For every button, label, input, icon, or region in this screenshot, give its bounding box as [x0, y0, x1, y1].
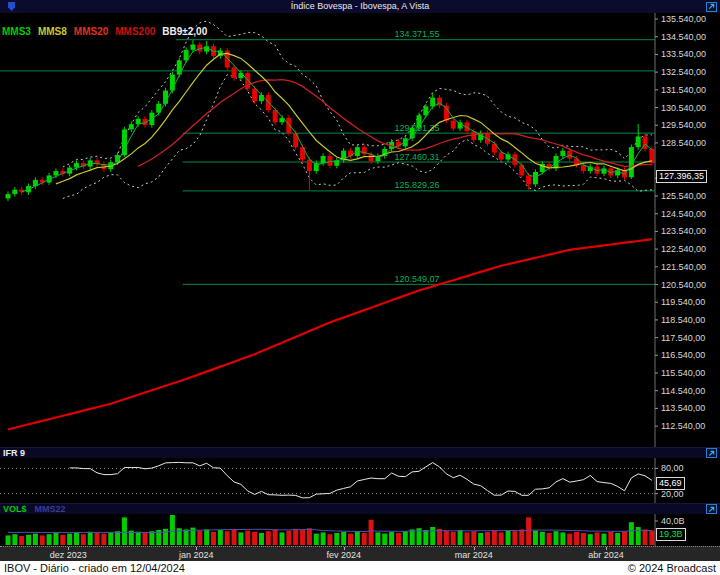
price-level-label: 120.549,07 — [394, 274, 439, 284]
ifr-panel-title: IFR 9 — [3, 448, 25, 459]
x-axis-label: abr 2024 — [576, 550, 636, 560]
price-axis-tick: 113.540,00 — [661, 403, 705, 413]
ifr-value-badge: 45,69 — [656, 477, 685, 490]
main-price-chart[interactable]: 134.371,55129.091,35127.460,31125.829,26… — [0, 13, 720, 447]
ifr-panel-header: IFR 9 — [0, 447, 720, 458]
price-axis-tick: 123.540,00 — [661, 226, 706, 236]
price-axis-tick: 131.540,00 — [661, 85, 706, 95]
arrow-up-right-icon — [708, 450, 715, 457]
last-price-badge: 127.396,35 — [656, 170, 707, 183]
vol-popout-icon[interactable] — [706, 504, 717, 514]
x-axis-label: dez 2023 — [38, 550, 98, 560]
x-axis-label: jan 2024 — [166, 550, 226, 560]
price-axis-tick: 116.540,00 — [661, 350, 705, 360]
price-level-label: 134.371,55 — [394, 29, 439, 39]
title-bar: Índice Bovespa - Ibovespa, A Vista — [0, 0, 720, 13]
price-axis-tick: 117.540,00 — [661, 333, 705, 343]
volume-chart-canvas[interactable]: 40,0B — [0, 514, 720, 546]
price-axis-tick: 118.540,00 — [661, 315, 705, 325]
ifr-axis-tick: 20,00 — [661, 489, 684, 499]
vol-mms-label: MMS22 — [35, 504, 66, 515]
legend-item: MMS3 — [2, 26, 31, 37]
price-axis-tick: 119.540,00 — [661, 297, 705, 307]
copyright-label: © 2024 Broadcast — [628, 561, 716, 575]
volume-value-badge: 19,3B — [656, 528, 686, 541]
price-axis-tick: 135.540,00 — [661, 14, 706, 24]
x-axis-label: fev 2024 — [314, 550, 374, 560]
price-level-label: 127.460,31 — [394, 152, 439, 162]
indicator-legend: MMS3MMS8MMS20MMS200BB9±2,00 — [2, 26, 207, 37]
price-axis-tick: 130.540,00 — [661, 103, 706, 113]
price-axis-tick: 112.540,00 — [661, 421, 705, 431]
legend-item: MMS8 — [38, 26, 67, 37]
x-axis-label: mar 2024 — [444, 550, 504, 560]
vol-axis-tick: 40,0B — [661, 516, 685, 526]
price-axis-tick: 128.540,00 — [661, 138, 706, 148]
ifr-chart-canvas[interactable]: 80,0020,00 — [0, 458, 720, 503]
window-title: Índice Bovespa - Ibovespa, A Vista — [0, 0, 720, 13]
ifr-indicator-pane[interactable]: 80,0020,00 45,69 — [0, 458, 720, 503]
price-axis-tick: 133.540,00 — [661, 49, 706, 59]
price-axis-tick: 125.540,00 — [661, 191, 706, 201]
price-axis-tick: 129.540,00 — [661, 120, 706, 130]
price-axis-tick: 122.540,00 — [661, 244, 706, 254]
arrow-up-right-icon — [708, 506, 715, 513]
legend-item: MMS200 — [115, 26, 155, 37]
legend-item: MMS20 — [74, 26, 108, 37]
volume-pane[interactable]: 40,0B 19,3B — [0, 514, 720, 546]
price-axis-tick: 134.540,00 — [661, 32, 706, 42]
candlestick-chart-canvas[interactable]: 134.371,55129.091,35127.460,31125.829,26… — [0, 13, 720, 447]
price-axis-tick: 120.540,00 — [661, 280, 706, 290]
chart-description: IBOV - Diário - criado em 12/04/2024 — [4, 561, 185, 575]
ifr-axis-tick: 80,00 — [661, 463, 684, 473]
vol-panel-title: VOL$ — [3, 504, 27, 515]
vol-panel-header: VOL$ MMS22 — [0, 503, 720, 514]
price-axis-tick: 124.540,00 — [661, 209, 706, 219]
trading-app-window: Índice Bovespa - Ibovespa, A Vista 134.3… — [0, 0, 720, 575]
ifr-popout-icon[interactable] — [706, 448, 717, 458]
time-axis: dez 2023jan 2024fev 2024mar 2024abr 2024 — [0, 546, 720, 561]
price-level-label: 125.829,26 — [394, 180, 439, 190]
price-axis-tick: 121.540,00 — [661, 262, 706, 272]
price-axis-tick: 114.540,00 — [661, 386, 705, 396]
legend-item: BB9±2,00 — [162, 26, 207, 37]
status-bar: IBOV - Diário - criado em 12/04/2024 © 2… — [0, 561, 720, 575]
price-axis-tick: 115.540,00 — [661, 368, 705, 378]
price-axis-tick: 132.540,00 — [661, 67, 706, 77]
